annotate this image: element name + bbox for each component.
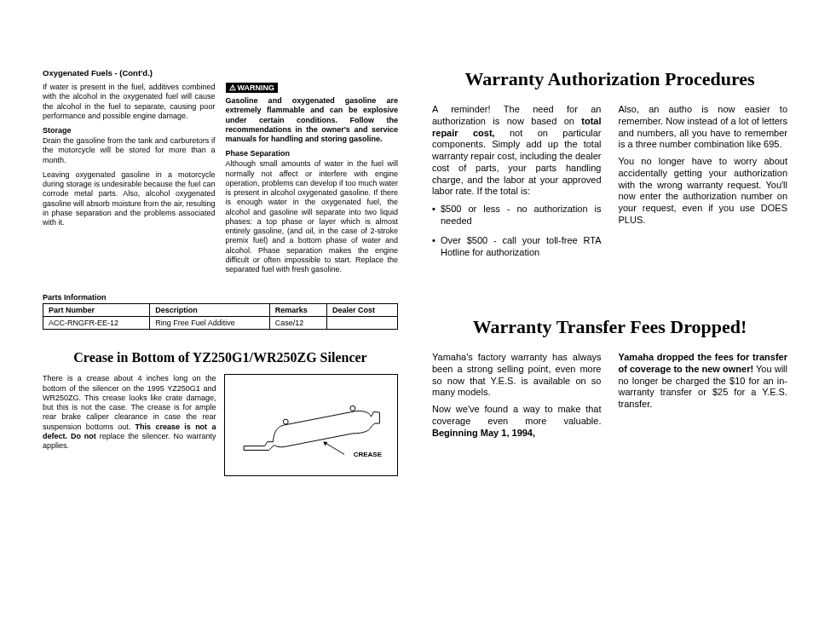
storage-heading: Storage: [43, 126, 216, 135]
body-text: Leaving oxygenated gasoline in a motorcy…: [43, 170, 216, 228]
section-heading: Oxygenated Fuels - (Cont'd.): [43, 68, 398, 78]
transfer-section: Warranty Transfer Fees Dropped! Yamaha's…: [432, 316, 787, 444]
td-description: Ring Free Fuel Additive: [150, 317, 269, 330]
warning-label: WARNING: [238, 83, 275, 92]
transfer-title: Warranty Transfer Fees Dropped!: [432, 316, 787, 338]
text-bold: Beginning May 1, 1994,: [432, 428, 535, 438]
bullet-item: $500 or less - no authorization is neede…: [432, 203, 602, 227]
warning-icon: ⚠: [229, 83, 236, 92]
crease-body: There is a crease about 4 inches long on…: [43, 374, 398, 476]
body-text: Also, an autho is now easier to remember…: [619, 104, 788, 151]
crease-figure-label: CREASE: [354, 451, 382, 458]
auth-title: Warranty Authorization Procedures: [432, 68, 787, 90]
crease-section: Crease in Bottom of YZ250G1/WR250ZG Sile…: [43, 350, 398, 476]
silencer-icon: [225, 375, 397, 475]
td-part-number: ACC-RNGFR-EE-12: [43, 317, 150, 330]
fuel-col-1: If water is present in the fuel, additiv…: [43, 83, 216, 279]
auth-intro: A reminder! The need for an authorizatio…: [432, 104, 602, 198]
silencer-figure: CREASE: [224, 374, 398, 476]
body-text: You no longer have to worry about accide…: [619, 156, 788, 227]
warning-text: Gasoline and oxygenated gasoline are ext…: [226, 96, 399, 144]
fuel-columns: If water is present in the fuel, additiv…: [43, 83, 398, 279]
body-text: Now we've found a way to make that cover…: [432, 404, 602, 439]
crease-title: Crease in Bottom of YZ250G1/WR250ZG Sile…: [43, 350, 398, 365]
td-dealer-cost: [326, 317, 397, 330]
transfer-col-1: Yamaha's factory warranty has always bee…: [432, 352, 602, 444]
th-dealer-cost: Dealer Cost: [326, 304, 397, 317]
auth-columns: A reminder! The need for an authorizatio…: [432, 104, 787, 265]
body-text: Yamaha dropped the fees for transfer of …: [619, 352, 788, 411]
auth-col-1: A reminder! The need for an authorizatio…: [432, 104, 602, 265]
table-header-row: Part Number Description Remarks Dealer C…: [43, 304, 398, 317]
th-remarks: Remarks: [269, 304, 326, 317]
text: A reminder! The need for an authorizatio…: [432, 104, 602, 126]
body-text: Yamaha's factory warranty has always bee…: [432, 352, 602, 399]
bullet-item: Over $500 - call your toll-free RTA Hotl…: [432, 234, 602, 259]
parts-table: Part Number Description Remarks Dealer C…: [43, 303, 398, 330]
page: Oxygenated Fuels - (Cont'd.) If water is…: [0, 0, 813, 644]
body-text: Although small amounts of water in the f…: [226, 159, 399, 274]
right-page: Warranty Authorization Procedures A remi…: [432, 68, 787, 618]
body-text: If water is present in the fuel, additiv…: [43, 83, 216, 121]
svg-point-0: [284, 419, 289, 424]
phase-heading: Phase Separation: [226, 149, 399, 158]
warning-badge: ⚠WARNING: [226, 83, 279, 93]
body-text: Drain the gasoline from the tank and car…: [43, 136, 216, 165]
left-page: Oxygenated Fuels - (Cont'd.) If water is…: [43, 68, 398, 618]
th-part-number: Part Number: [43, 304, 150, 317]
th-description: Description: [150, 304, 269, 317]
text: Now we've found a way to make that cover…: [432, 404, 602, 426]
table-row: ACC-RNGFR-EE-12 Ring Free Fuel Additive …: [43, 317, 398, 330]
auth-bullets: $500 or less - no authorization is neede…: [432, 203, 602, 258]
auth-col-2: Also, an autho is now easier to remember…: [619, 104, 788, 265]
fuel-col-2: ⚠WARNING Gasoline and oxygenated gasolin…: [226, 83, 399, 279]
transfer-col-2: Yamaha dropped the fees for transfer of …: [619, 352, 788, 444]
svg-point-1: [350, 406, 355, 411]
td-remarks: Case/12: [269, 317, 326, 330]
parts-info-heading: Parts Information: [43, 293, 398, 302]
crease-text: There is a crease about 4 inches long on…: [43, 374, 216, 476]
transfer-columns: Yamaha's factory warranty has always bee…: [432, 352, 787, 444]
